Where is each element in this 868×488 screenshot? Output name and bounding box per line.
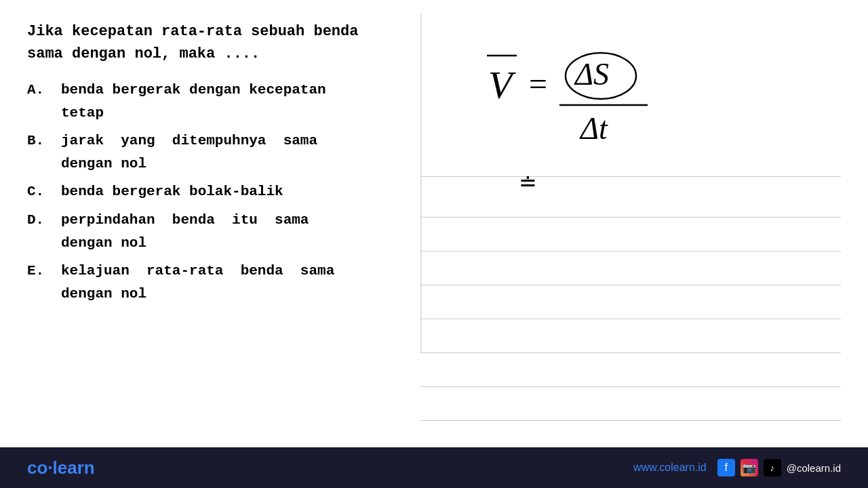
option-a-text: benda bergerak dengan kecepatantetap xyxy=(61,79,326,124)
v-bar-symbol: V xyxy=(488,63,517,107)
option-c-label: C. xyxy=(27,180,61,203)
logo-dot: · xyxy=(47,458,52,478)
option-c-text: benda bergerak bolak-balik xyxy=(61,180,283,203)
question-line1: Jika kecepatan rata-rata sebuah benda xyxy=(27,23,358,40)
formula-svg: V = ΔS Δt xyxy=(468,34,753,183)
delta-t: Δt xyxy=(579,111,608,146)
question-line2: sama dengan nol, maka .... xyxy=(27,45,260,62)
facebook-icon: f xyxy=(717,459,735,476)
option-a: A. benda bergerak dengan kecepatantetap xyxy=(27,79,407,124)
ruled-line-5 xyxy=(420,319,841,319)
option-d-label: D. xyxy=(27,209,61,254)
option-a-label: A. xyxy=(27,79,61,124)
footer-right: www.colearn.id f 📷 ♪ @colearn.id xyxy=(633,459,841,476)
social-handle: @colearn.id xyxy=(787,462,841,474)
footer-website: www.colearn.id xyxy=(633,462,707,474)
equals-sign: = xyxy=(529,66,547,102)
logo-co: co xyxy=(27,458,47,478)
ruled-line-6 xyxy=(420,352,841,353)
result-equals: ≐ xyxy=(515,169,841,199)
option-b-label: B. xyxy=(27,129,61,175)
tiktok-icon: ♪ xyxy=(764,459,781,476)
option-e-label: E. xyxy=(27,260,61,305)
option-b: B. jarak yang ditempuhnya samadengan nol xyxy=(27,129,407,175)
option-b-text: jarak yang ditempuhnya samadengan nol xyxy=(61,129,317,175)
ruled-line-7 xyxy=(420,386,841,387)
svg-text:≐: ≐ xyxy=(519,170,537,195)
right-panel: V = ΔS Δt ≐ xyxy=(420,20,841,441)
footer: co·learn www.colearn.id f 📷 ♪ @colearn.i… xyxy=(0,447,868,488)
left-panel: Jika kecepatan rata-rata sebuah benda sa… xyxy=(27,20,420,441)
footer-social: f 📷 ♪ @colearn.id xyxy=(717,459,841,476)
logo-learn: learn xyxy=(53,458,95,478)
ruled-line-8 xyxy=(420,420,841,421)
options-list: A. benda bergerak dengan kecepatantetap … xyxy=(27,79,407,305)
instagram-icon: 📷 xyxy=(741,459,758,476)
option-d: D. perpindahan benda itu samadengan nol xyxy=(27,209,407,254)
ruled-line-2 xyxy=(420,217,841,218)
option-e: E. kelajuan rata-rata benda samadengan n… xyxy=(27,260,407,305)
ruled-line-3 xyxy=(420,251,841,251)
option-d-text: perpindahan benda itu samadengan nol xyxy=(61,209,309,254)
delta-s: ΔS xyxy=(574,57,609,92)
footer-logo: co·learn xyxy=(27,458,95,479)
option-e-text: kelajuan rata-rata benda samadengan nol xyxy=(61,260,334,305)
question-text: Jika kecepatan rata-rata sebuah benda sa… xyxy=(27,20,407,65)
ruled-line-4 xyxy=(420,285,841,285)
option-c: C. benda bergerak bolak-balik xyxy=(27,180,407,203)
